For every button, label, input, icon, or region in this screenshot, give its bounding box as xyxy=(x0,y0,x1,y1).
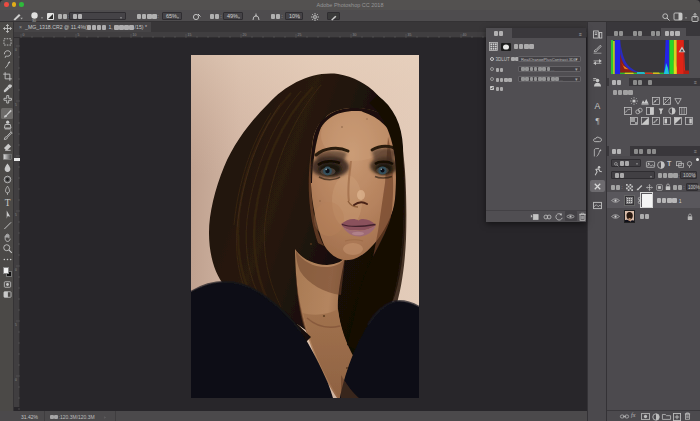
svg-text:10: 10 xyxy=(133,33,137,37)
svg-text:¶: ¶ xyxy=(596,116,600,126)
svg-text:A: A xyxy=(595,101,601,111)
svg-text:T: T xyxy=(4,198,10,208)
svg-text:35: 35 xyxy=(408,33,412,37)
svg-text:0: 0 xyxy=(15,268,17,272)
svg-text:5: 5 xyxy=(15,213,17,217)
svg-text:5: 5 xyxy=(15,103,17,107)
svg-text:25: 25 xyxy=(298,33,302,37)
svg-text:0: 0 xyxy=(15,378,17,382)
svg-text:5: 5 xyxy=(78,33,80,37)
svg-text:30: 30 xyxy=(353,33,357,37)
svg-text:15: 15 xyxy=(188,33,192,37)
svg-text:40: 40 xyxy=(463,33,467,37)
svg-text:0: 0 xyxy=(15,48,17,52)
svg-text:20: 20 xyxy=(243,33,247,37)
svg-text:5: 5 xyxy=(15,323,17,327)
svg-text:0: 0 xyxy=(23,33,25,37)
